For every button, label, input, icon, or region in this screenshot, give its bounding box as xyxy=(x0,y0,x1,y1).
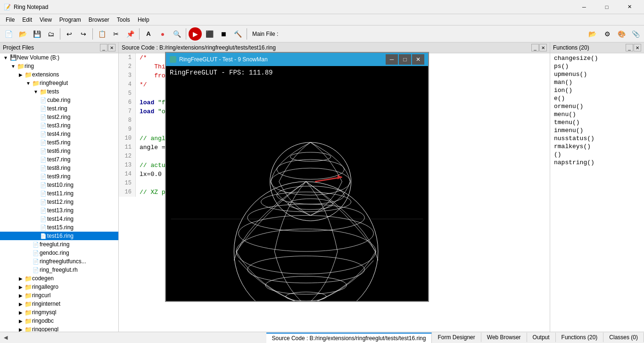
func-changesize[interactable]: changesize() xyxy=(550,54,644,62)
editor-panel-close[interactable]: ✕ xyxy=(539,44,547,51)
tb-paste[interactable]: 📌 xyxy=(124,27,137,41)
functions-panel-minimize[interactable]: _ xyxy=(626,44,633,51)
tree-root[interactable]: ▼ 💾 New Volume (B:) xyxy=(0,53,118,62)
tree-ringopengl[interactable]: ▶ 📁 ringopengl xyxy=(0,325,118,332)
ring-folder-icon: 📁 xyxy=(17,62,25,70)
tree-test3-ring[interactable]: 📄 test3.ring xyxy=(0,121,118,130)
tb-new[interactable]: 📄 xyxy=(2,27,15,41)
tb-search[interactable]: 🔍 xyxy=(170,27,183,41)
func-tmenu[interactable]: tmenu() xyxy=(550,118,644,126)
close-button[interactable]: ✕ xyxy=(619,0,640,14)
tree-ringinternet[interactable]: ▶ 📁 ringinternet xyxy=(0,300,118,308)
tb-stop[interactable]: ⏹ xyxy=(217,27,230,41)
tree-ringodbc[interactable]: ▶ 📁 ringodbc xyxy=(0,317,118,325)
tree-ring-freeglut-rh[interactable]: 📄 ring_freeglut.rh xyxy=(0,266,118,274)
tree-gendoc-ring[interactable]: 📄 gendoc.ring xyxy=(0,249,118,257)
tb-open-folder[interactable]: 📂 xyxy=(586,27,599,41)
func-rmalkeys[interactable]: rmalkeys() xyxy=(550,142,644,151)
menu-help[interactable]: Help xyxy=(134,16,153,24)
tb-redo[interactable]: ↪ xyxy=(77,27,90,41)
snowman-close-button[interactable]: ✕ xyxy=(412,54,424,65)
tree-ringmysql[interactable]: ▶ 📁 ringmysql xyxy=(0,308,118,317)
status-tab-functions[interactable]: Functions (20) xyxy=(556,333,604,342)
tree-codegen[interactable]: ▶ 📁 codegen xyxy=(0,274,118,283)
tree-ringallegro[interactable]: ▶ 📁 ringallegro xyxy=(0,283,118,291)
tree-tests-folder[interactable]: ▼ 📁 tests xyxy=(0,87,118,96)
svg-point-6 xyxy=(265,276,347,294)
func-empty[interactable]: () xyxy=(550,151,644,159)
func-inmenu[interactable]: inmenu() xyxy=(550,126,644,134)
editor-panel-minimize[interactable]: _ xyxy=(531,44,539,51)
tree-cube-ring[interactable]: 📄 cube.ring xyxy=(0,96,118,104)
tb-font[interactable]: A xyxy=(142,27,155,41)
app-title: Ring Notepad xyxy=(14,4,48,10)
menu-file[interactable]: File xyxy=(2,16,18,24)
tree-test4-ring[interactable]: 📄 test4.ring xyxy=(0,130,118,138)
menu-view[interactable]: View xyxy=(36,16,56,24)
tree-test2-ring[interactable]: 📄 test2.ring xyxy=(0,113,118,121)
tree-extensions-folder[interactable]: ▶ 📁 extensions xyxy=(0,70,118,79)
project-panel-close[interactable]: ✕ xyxy=(108,44,116,51)
func-nusstatus[interactable]: nusstatus() xyxy=(550,134,644,142)
project-panel-minimize[interactable]: _ xyxy=(100,44,107,51)
tree-test-ring[interactable]: 📄 test.ring xyxy=(0,104,118,113)
tb-color[interactable]: ● xyxy=(156,27,169,41)
status-tab-output[interactable]: Output xyxy=(527,333,556,342)
tb-debug[interactable]: ⬛ xyxy=(203,27,216,41)
tb-extra[interactable]: 📎 xyxy=(629,27,642,41)
status-tab-source[interactable]: Source Code : B:/ring/extensions/ringfre… xyxy=(266,333,432,343)
snowman-window[interactable]: RingFreeGLUT - Test - 9 SnowMan ─ □ ✕ Ri… xyxy=(165,52,429,302)
tb-save-all[interactable]: 🗂 xyxy=(44,27,58,41)
tree-test9-ring[interactable]: 📄 test9.ring xyxy=(0,172,118,181)
tree-test6-ring[interactable]: 📄 test6.ring xyxy=(0,147,118,155)
func-ion[interactable]: ion() xyxy=(550,86,644,94)
tb-theme[interactable]: 🎨 xyxy=(615,27,628,41)
tree-test8-ring[interactable]: 📄 test8.ring xyxy=(0,164,118,172)
tree-test15-ring[interactable]: 📄 test15.ring xyxy=(0,223,118,232)
menu-tools[interactable]: Tools xyxy=(113,16,134,24)
minimize-button[interactable]: ─ xyxy=(573,0,595,14)
menu-edit[interactable]: Edit xyxy=(18,16,36,24)
tree-ring-folder[interactable]: ▼ 📁 ring xyxy=(0,62,118,70)
snowman-maximize-button[interactable]: □ xyxy=(399,54,411,65)
tree-test11-ring[interactable]: 📄 test11.ring xyxy=(0,189,118,198)
tb-copy[interactable]: 📋 xyxy=(95,27,108,41)
status-tab-web-browser[interactable]: Web Browser xyxy=(481,333,527,342)
tb-settings[interactable]: ⚙ xyxy=(601,27,614,41)
tree-test5-ring[interactable]: 📄 test5.ring xyxy=(0,138,118,147)
tree-ringcurl[interactable]: ▶ 📁 ringcurl xyxy=(0,291,118,300)
tb-save[interactable]: 💾 xyxy=(30,27,43,41)
toolbar-separator-1 xyxy=(60,28,60,40)
func-ps[interactable]: ps() xyxy=(550,62,644,70)
tb-undo[interactable]: ↩ xyxy=(63,27,76,41)
func-e[interactable]: e() xyxy=(550,94,644,102)
tree-ringfreeglutfuncs[interactable]: 📄 ringfreeglutfuncs... xyxy=(0,257,118,266)
func-napstring[interactable]: napstring() xyxy=(550,159,644,167)
tb-open[interactable]: 📂 xyxy=(16,27,29,41)
tree-test10-ring[interactable]: 📄 test10.ring xyxy=(0,181,118,189)
tb-cut[interactable]: ✂ xyxy=(109,27,123,41)
maximize-button[interactable]: □ xyxy=(596,0,618,14)
functions-panel-close[interactable]: ✕ xyxy=(634,44,641,51)
func-upmenus[interactable]: upmenus() xyxy=(550,70,644,78)
tree-test13-ring[interactable]: 📄 test13.ring xyxy=(0,206,118,215)
tb-build[interactable]: 🔨 xyxy=(231,27,244,41)
menu-program[interactable]: Program xyxy=(56,16,85,24)
snowman-minimize-button[interactable]: ─ xyxy=(386,54,398,65)
func-ormenu[interactable]: ormenu() xyxy=(550,102,644,110)
status-bar: ◀ Source Code : B:/ring/extensions/ringf… xyxy=(0,332,644,343)
tree-root-label: New Volume (B:) xyxy=(17,54,59,61)
tree-test14-ring[interactable]: 📄 test14.ring xyxy=(0,215,118,223)
status-tab-classes[interactable]: Classes (0) xyxy=(603,333,644,342)
tree-test12-ring[interactable]: 📄 test12.ring xyxy=(0,198,118,206)
tree-test16-ring[interactable]: 📄 test16.ring xyxy=(0,232,118,240)
tb-run[interactable]: ▶ xyxy=(189,27,202,41)
tree-test7-ring[interactable]: 📄 test7.ring xyxy=(0,155,118,164)
tree-freeglut-ring[interactable]: 📄 freeglut.ring xyxy=(0,240,118,249)
status-tab-form-designer[interactable]: Form Designer xyxy=(432,333,481,342)
func-man[interactable]: man() xyxy=(550,78,644,86)
status-tab-source-label: Source Code : B:/ring/extensions/ringfre… xyxy=(272,335,426,342)
func-menu[interactable]: menu() xyxy=(550,110,644,118)
tree-ringfreeglut-folder[interactable]: ▼ 📁 ringfreeglut xyxy=(0,79,118,87)
menu-browser[interactable]: Browser xyxy=(85,16,113,24)
